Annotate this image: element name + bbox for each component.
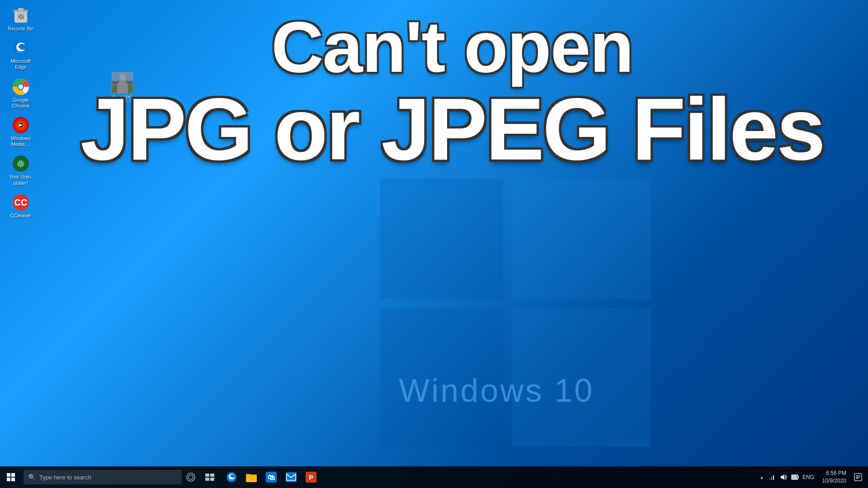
svg-rect-34	[7, 478, 10, 481]
svg-text:🛍: 🛍	[268, 474, 275, 481]
desktop-icon-edge[interactable]: Microsoft Edge	[5, 37, 37, 72]
tray-clock[interactable]: 6:56 PM 10/9/2020	[816, 466, 850, 488]
svg-rect-40	[205, 478, 209, 481]
uninstaller-label: Your Unin-staller!	[6, 174, 35, 186]
svg-point-15	[19, 84, 23, 89]
test-jpg-label: Test-JPG	[112, 95, 132, 100]
taskbar-search[interactable]: 🔍 Type here to search	[24, 470, 182, 484]
recycle-bin-label: Recycle Bin	[8, 26, 34, 32]
svg-rect-56	[792, 475, 797, 479]
ccleaner-label: CCleaner	[10, 213, 31, 219]
svg-rect-1	[512, 179, 651, 299]
cortana-button[interactable]	[182, 466, 200, 488]
svg-rect-38	[205, 474, 209, 477]
svg-point-30	[120, 76, 125, 81]
svg-text:CC: CC	[14, 197, 28, 207]
svg-rect-32	[7, 473, 10, 477]
svg-point-36	[187, 473, 195, 481]
svg-rect-41	[210, 478, 214, 481]
desktop-icon-ccleaner[interactable]: CC CCleaner	[5, 192, 37, 221]
svg-point-11	[13, 40, 29, 56]
desktop-icon-uninstaller[interactable]: ⚙ U Your Unin-staller!	[5, 153, 37, 188]
tray-time: 6:56 PM	[826, 469, 846, 477]
tray-battery-icon[interactable]	[790, 466, 801, 488]
desktop-icon-test-jpg[interactable]: Test-JPG	[106, 70, 139, 102]
test-jpg-thumbnail	[112, 72, 133, 94]
tray-volume-icon[interactable]	[778, 466, 789, 488]
svg-rect-29	[112, 85, 133, 93]
svg-rect-50	[769, 478, 770, 480]
svg-rect-28	[112, 72, 133, 81]
edge-icon	[12, 39, 30, 57]
desktop-icon-chrome[interactable]: Google Chrome	[5, 76, 37, 111]
tray-network-icon[interactable]	[766, 466, 777, 488]
taskbar: 🔍 Type here to search	[0, 466, 868, 488]
desktop-icon-media[interactable]: Windows Media ...	[5, 114, 37, 149]
windows10-text-watermark: Windows 10	[399, 372, 594, 409]
media-icon	[12, 116, 30, 134]
chrome-icon	[12, 78, 30, 96]
svg-rect-52	[773, 475, 774, 480]
svg-marker-53	[781, 474, 784, 480]
tray-language[interactable]: ENG	[801, 466, 816, 488]
uninstaller-icon: ⚙ U	[12, 155, 30, 173]
overlay-line1: Can't open	[59, 9, 845, 85]
overlay-line2: JPG or JPEG Files	[59, 85, 845, 173]
taskbar-app-store[interactable]: 🛍	[261, 466, 281, 488]
svg-text:P: P	[309, 474, 313, 481]
search-placeholder-text: Type here to search	[39, 474, 177, 481]
svg-rect-6	[18, 8, 24, 10]
task-view-button[interactable]	[200, 466, 220, 488]
system-tray: ▲	[757, 466, 868, 488]
search-icon: 🔍	[28, 474, 36, 481]
svg-rect-55	[798, 476, 799, 478]
tray-notification-center[interactable]	[850, 466, 866, 488]
svg-rect-51	[771, 477, 772, 480]
ccleaner-icon: CC	[12, 193, 30, 211]
overlay-text-container: Can't open JPG or JPEG Files	[59, 9, 845, 173]
tray-icons-container	[766, 466, 801, 488]
chrome-label: Google Chrome	[6, 97, 35, 109]
tray-date: 10/9/2020	[822, 477, 846, 485]
svg-text:U: U	[19, 160, 22, 165]
windows-logo-watermark	[380, 179, 651, 452]
desktop-icon-recycle-bin[interactable]: ♻ Recycle Bin	[5, 5, 37, 33]
svg-rect-35	[11, 478, 15, 481]
taskbar-apps: 🛍 P	[220, 466, 757, 488]
desktop-icons-container: ♻ Recycle Bin Microsoft Edge	[5, 5, 37, 221]
taskbar-app-edge[interactable]	[222, 466, 241, 488]
edge-label: Microsoft Edge	[6, 58, 35, 70]
svg-point-42	[226, 472, 236, 482]
svg-text:♻: ♻	[18, 13, 24, 20]
taskbar-app-powerpoint[interactable]: P	[301, 466, 321, 488]
svg-rect-31	[119, 82, 126, 89]
taskbar-app-mail[interactable]	[281, 466, 301, 488]
media-label: Windows Media ...	[6, 136, 35, 147]
svg-rect-0	[380, 179, 503, 299]
start-button[interactable]	[0, 466, 22, 488]
recycle-bin-icon: ♻	[12, 6, 30, 24]
tray-show-hidden-icon[interactable]: ▲	[757, 466, 766, 488]
taskbar-app-file-explorer[interactable]	[241, 466, 261, 488]
svg-rect-44	[246, 474, 257, 476]
svg-point-37	[189, 475, 193, 479]
svg-rect-33	[11, 473, 15, 477]
svg-rect-39	[210, 474, 214, 477]
